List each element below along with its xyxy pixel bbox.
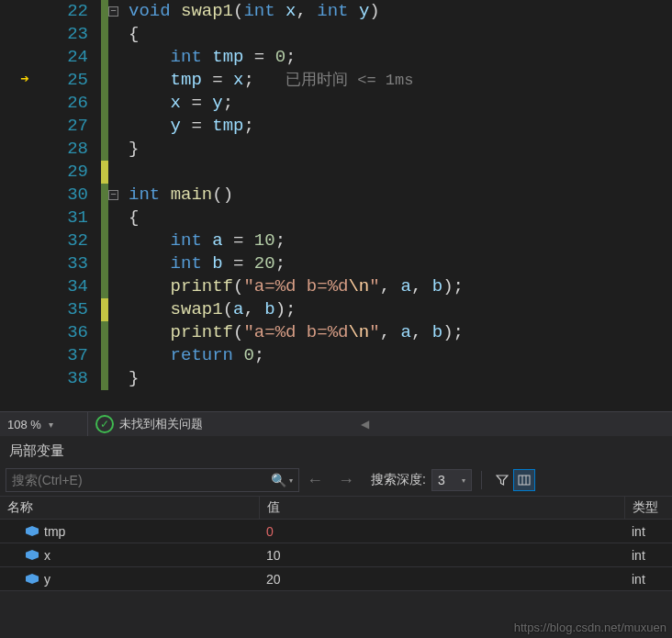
fold-cell[interactable]: − (108, 0, 127, 23)
code-line[interactable]: y = tmp; (129, 115, 672, 138)
line-number[interactable]: 32 (0, 229, 88, 252)
code-area[interactable]: void swap1(int x, int y){ int tmp = 0; t… (127, 0, 672, 411)
line-number-gutter[interactable]: 22232425➔26272829303132333435363738 (0, 0, 101, 411)
line-number[interactable]: 27 (0, 115, 88, 138)
issues-ok-icon[interactable]: ✓ (95, 415, 114, 433)
locals-cell-name: tmp (0, 524, 259, 539)
columns-button[interactable] (513, 469, 535, 491)
code-line[interactable]: printf("a=%d b=%d\n", a, b); (129, 321, 672, 344)
code-line[interactable]: void swap1(int x, int y) (129, 0, 672, 23)
locals-cell-type: int (624, 572, 672, 587)
filter-button[interactable] (491, 469, 513, 491)
locals-grid-header[interactable]: 名称 值 类型 (0, 496, 672, 520)
column-header-name[interactable]: 名称 (0, 497, 259, 519)
change-marker (101, 92, 108, 115)
line-number[interactable]: 35 (0, 298, 88, 321)
change-marker (101, 115, 108, 138)
locals-row[interactable]: x10int (0, 543, 672, 567)
line-number[interactable]: 25➔ (0, 69, 88, 92)
line-number[interactable]: 37 (0, 344, 88, 367)
code-line[interactable]: swap1(a, b); (129, 298, 672, 321)
column-header-type[interactable]: 类型 (624, 497, 672, 519)
line-number[interactable]: 23 (0, 23, 88, 46)
search-icon[interactable]: 🔍 (271, 473, 286, 487)
fold-cell (108, 92, 127, 115)
locals-cell-type: int (624, 524, 672, 539)
zoom-dropdown[interactable]: 108 % ▾ (0, 418, 87, 431)
line-number[interactable]: 29 (0, 161, 88, 184)
line-number[interactable]: 28 (0, 138, 88, 161)
locals-search-box[interactable]: 🔍 ▾ (6, 468, 299, 492)
locals-row[interactable]: tmp0int (0, 520, 672, 543)
line-number[interactable]: 22 (0, 0, 88, 23)
line-number[interactable]: 36 (0, 321, 88, 344)
locals-panel: 局部变量 🔍 ▾ ← → 搜索深度: 3 ▾ 名称 值 (0, 436, 672, 638)
execution-pointer-icon: ➔ (2, 69, 29, 92)
fold-cell (108, 344, 127, 367)
filter-icon (496, 474, 509, 487)
code-line[interactable]: int a = 10; (129, 229, 672, 252)
line-number[interactable]: 24 (0, 46, 88, 69)
scroll-left-icon[interactable]: ◀ (361, 418, 369, 431)
depth-dropdown[interactable]: 3 ▾ (431, 469, 472, 491)
code-line[interactable] (129, 161, 672, 184)
code-line[interactable]: x = y; (129, 92, 672, 115)
locals-search-input[interactable] (12, 473, 271, 487)
svg-rect-0 (519, 476, 530, 485)
change-marker (101, 69, 108, 92)
change-marker (101, 46, 108, 69)
zoom-value: 108 % (7, 418, 41, 431)
fold-cell[interactable]: − (108, 184, 127, 207)
locals-row[interactable]: y20int (0, 567, 672, 591)
change-marker (101, 0, 108, 23)
chevron-down-icon[interactable]: ▾ (289, 476, 293, 485)
issues-text: 未找到相关问题 (119, 416, 203, 432)
code-line[interactable]: printf("a=%d b=%d\n", a, b); (129, 275, 672, 298)
locals-cell-value[interactable]: 10 (259, 548, 624, 563)
variable-icon (26, 550, 39, 560)
locals-cell-name: y (0, 572, 259, 587)
column-header-value[interactable]: 值 (259, 497, 624, 519)
fold-minus-icon[interactable]: − (108, 6, 118, 17)
code-line[interactable]: { (129, 23, 672, 46)
line-number[interactable]: 33 (0, 252, 88, 275)
line-number[interactable]: 30 (0, 184, 88, 207)
line-number[interactable]: 38 (0, 367, 88, 390)
separator (481, 471, 482, 489)
code-line[interactable]: int b = 20; (129, 252, 672, 275)
fold-cell (108, 46, 127, 69)
fold-column[interactable]: −− (108, 0, 127, 411)
code-line[interactable]: tmp = x; 已用时间 <= 1ms (129, 69, 672, 92)
watermark: https://blog.csdn.net/muxuen (514, 621, 666, 634)
chevron-down-icon: ▾ (462, 476, 465, 485)
variable-icon (26, 526, 39, 536)
code-line[interactable]: return 0; (129, 344, 672, 367)
nav-forward-button[interactable]: → (338, 471, 354, 490)
change-marker (101, 184, 108, 207)
locals-cell-value[interactable]: 0 (259, 524, 624, 539)
code-line[interactable]: { (129, 207, 672, 229)
fold-minus-icon[interactable]: − (108, 190, 118, 200)
code-editor[interactable]: 22232425➔26272829303132333435363738 −− v… (0, 0, 672, 411)
code-line[interactable]: int main() (129, 184, 672, 207)
fold-cell (108, 275, 127, 298)
fold-cell (108, 23, 127, 46)
code-line[interactable]: } (129, 138, 672, 161)
change-marker (101, 367, 108, 390)
locals-cell-value[interactable]: 20 (259, 572, 624, 587)
change-marker (101, 252, 108, 275)
change-marker (101, 344, 108, 367)
line-number[interactable]: 34 (0, 275, 88, 298)
locals-grid-body: tmp0intx10inty20int (0, 520, 672, 591)
code-line[interactable]: int tmp = 0; (129, 46, 672, 69)
code-line[interactable]: } (129, 367, 672, 390)
depth-value: 3 (438, 473, 445, 487)
locals-toolbar: 🔍 ▾ ← → 搜索深度: 3 ▾ (0, 466, 672, 494)
fold-cell (108, 69, 127, 92)
change-marker (101, 23, 108, 46)
fold-cell (108, 207, 127, 229)
nav-back-button[interactable]: ← (307, 471, 323, 490)
line-number[interactable]: 26 (0, 92, 88, 115)
line-number[interactable]: 31 (0, 207, 88, 229)
change-marker (101, 161, 108, 184)
